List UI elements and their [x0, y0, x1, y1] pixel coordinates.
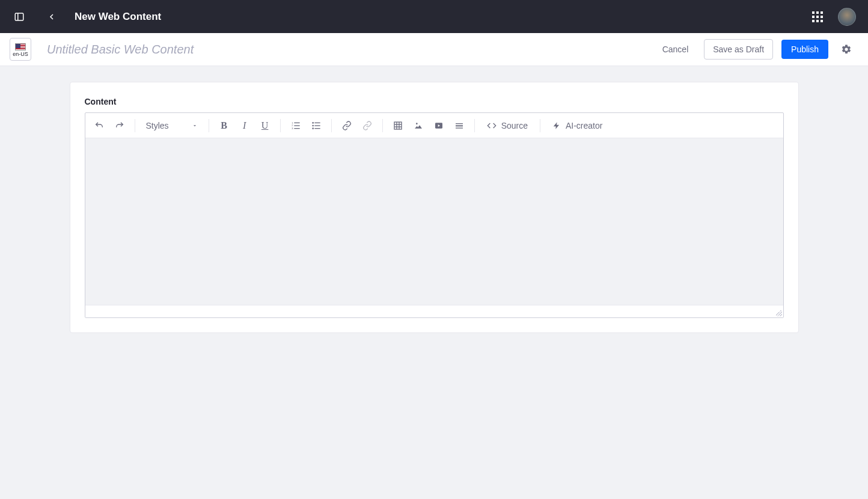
content-title-input[interactable] [41, 39, 646, 60]
svg-rect-8 [812, 20, 815, 22]
svg-rect-0 [15, 13, 23, 20]
svg-rect-20 [314, 125, 320, 126]
apps-grid-icon[interactable] [808, 7, 827, 26]
undo-icon[interactable] [90, 117, 108, 135]
header-left: New Web Content [10, 7, 161, 26]
content-section-label: Content [85, 97, 784, 106]
svg-rect-5 [812, 16, 815, 18]
bold-button[interactable]: B [215, 117, 233, 135]
ai-creator-button[interactable]: AI-creator [546, 117, 608, 135]
redo-icon[interactable] [111, 117, 129, 135]
resize-handle[interactable] [776, 310, 782, 316]
page-title: New Web Content [75, 11, 161, 23]
svg-rect-14 [294, 125, 299, 126]
editor-status-bar [85, 305, 783, 317]
toolbar-separator [474, 119, 475, 132]
table-icon[interactable] [389, 117, 407, 135]
sub-header: en-US Cancel Save as Draft Publish [0, 33, 868, 66]
svg-rect-3 [816, 11, 819, 14]
header-right [808, 7, 856, 26]
back-icon[interactable] [42, 7, 61, 26]
avatar[interactable] [838, 8, 856, 26]
svg-text:3: 3 [292, 127, 293, 130]
panel-toggle-icon[interactable] [10, 7, 29, 26]
code-icon [487, 121, 497, 130]
toolbar-separator [280, 119, 281, 132]
svg-rect-16 [294, 128, 299, 129]
svg-rect-4 [821, 11, 823, 14]
source-button[interactable]: Source [481, 117, 534, 135]
content-panel: Content [70, 82, 799, 333]
editor-content-area[interactable] [85, 138, 783, 305]
toolbar-separator [209, 119, 209, 132]
link-icon[interactable] [338, 117, 356, 135]
image-icon[interactable] [409, 117, 427, 135]
svg-point-21 [312, 127, 314, 129]
app-header: New Web Content [0, 0, 868, 33]
svg-point-19 [312, 124, 314, 126]
unordered-list-icon[interactable] [307, 117, 325, 135]
rich-text-editor: Styles B I U 1 2 3 [85, 112, 784, 318]
toolbar-separator [382, 119, 383, 132]
svg-rect-31 [456, 125, 463, 126]
toolbar-separator [540, 119, 540, 132]
svg-point-28 [416, 123, 418, 124]
gear-icon[interactable] [837, 40, 856, 59]
publish-button[interactable]: Publish [781, 40, 828, 59]
svg-rect-32 [456, 127, 463, 128]
editor-toolbar: Styles B I U 1 2 3 [85, 113, 783, 138]
svg-rect-30 [456, 123, 463, 124]
styles-dropdown-label: Styles [146, 121, 169, 130]
svg-rect-7 [821, 16, 823, 18]
unlink-icon [358, 117, 376, 135]
styles-dropdown[interactable]: Styles [141, 117, 203, 135]
ordered-list-icon[interactable]: 1 2 3 [287, 117, 305, 135]
save-draft-button[interactable]: Save as Draft [704, 39, 773, 60]
toolbar-separator [331, 119, 332, 132]
italic-button[interactable]: I [236, 117, 254, 135]
underline-button[interactable]: U [256, 117, 274, 135]
svg-rect-9 [816, 20, 819, 22]
ai-creator-label: AI-creator [566, 121, 602, 130]
cancel-button[interactable]: Cancel [655, 40, 696, 59]
svg-rect-10 [821, 20, 823, 22]
lightning-icon [552, 121, 561, 130]
locale-label: en-US [13, 51, 28, 57]
toolbar-separator [135, 119, 135, 132]
svg-rect-2 [812, 11, 815, 14]
locale-button[interactable]: en-US [10, 38, 31, 61]
svg-point-17 [312, 122, 314, 124]
video-icon[interactable] [430, 117, 448, 135]
svg-rect-23 [394, 122, 402, 129]
svg-rect-6 [816, 16, 819, 18]
horizontal-rule-icon[interactable] [450, 117, 468, 135]
source-label: Source [501, 121, 528, 130]
svg-rect-18 [314, 122, 320, 123]
chevron-down-icon [192, 123, 198, 129]
header-actions: Cancel Save as Draft Publish [655, 39, 856, 60]
flag-us-icon [15, 43, 26, 51]
content-body: Content [0, 66, 868, 349]
svg-rect-12 [294, 122, 299, 123]
svg-rect-22 [314, 128, 320, 129]
